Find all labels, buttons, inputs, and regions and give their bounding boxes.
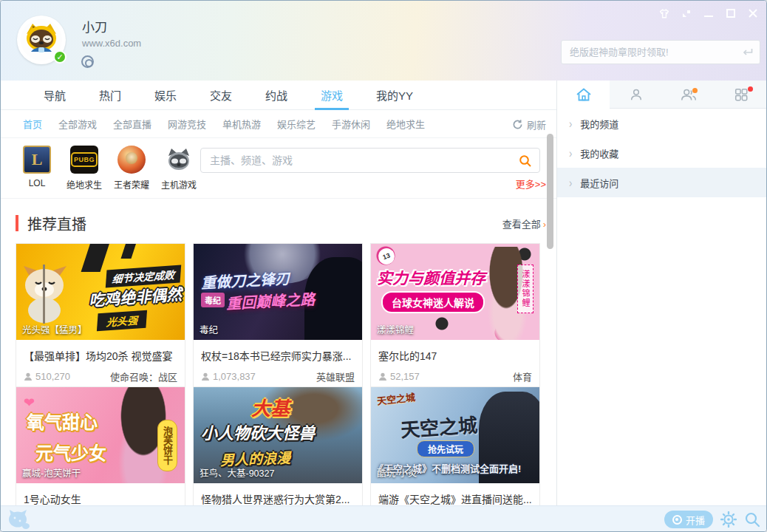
subnav-shouye[interactable]: 首页	[23, 117, 42, 131]
billiard-ball: 13	[376, 246, 397, 267]
live-card-3[interactable]: 13 实力与颜值并存 台球女神迷人解说 漾漾锦鲤 漾漾锦鲤 塞尔比的147 52…	[370, 243, 540, 392]
maximize-icon[interactable]	[722, 6, 739, 21]
start-broadcast-button[interactable]: 开播	[664, 511, 713, 528]
viewer-count: 510,270	[24, 371, 70, 382]
side-tag: 泡芙饼干	[157, 420, 177, 471]
card-category: 使命召唤：战区	[110, 369, 177, 383]
subnav-all-games[interactable]: 全部游戏	[58, 117, 97, 131]
streamer-name: 狂鸟、大基-90327	[200, 466, 274, 480]
subnav-danji[interactable]: 单机热游	[222, 117, 261, 131]
live-card-5[interactable]: 大基 小人物砍大怪兽 男人的浪漫 狂鸟、大基-90327 怪物猎人世界迷惑行为大…	[193, 386, 363, 505]
subnav-pubg[interactable]: 绝地求生	[386, 117, 425, 131]
tab-my-yy[interactable]: 我的YY	[376, 81, 413, 109]
skin-theme-icon[interactable]	[655, 6, 672, 21]
bottom-bar: 开播	[1, 505, 767, 532]
settings-gear-icon[interactable]	[720, 511, 737, 528]
yy-mascot-icon[interactable]	[7, 508, 32, 531]
card-title: 权杖=18本书已经宗师实力暴涨...	[194, 340, 362, 363]
sidebar-tab-friends[interactable]	[610, 81, 662, 109]
tab-jiaoyou[interactable]: 交友	[210, 81, 232, 109]
mini-mode-icon[interactable]	[678, 6, 695, 21]
recommended-live-header: 推荐直播 查看全部›	[1, 210, 556, 236]
person-icon	[629, 87, 644, 102]
header: ✓ 小刀 www.x6d.com	[1, 1, 767, 81]
close-icon[interactable]	[744, 6, 761, 21]
search-input[interactable]	[201, 149, 539, 172]
tab-daohang[interactable]: 导航	[44, 81, 66, 109]
sidebar-tab-groups[interactable]	[663, 81, 715, 109]
card-title: 塞尔比的147	[371, 340, 539, 363]
refresh-icon	[512, 119, 523, 130]
promo-input[interactable]	[562, 41, 760, 64]
yy-client-window: ✓ 小刀 www.x6d.com	[0, 0, 767, 532]
card6-thumbnail: 天空之城 天空之城 抢先试玩 《天空之城》不删档测试全面开启! 酷玩-小炎	[371, 387, 539, 483]
subnav-all-live[interactable]: 全部直播	[113, 117, 151, 131]
online-status-badge: ✓	[53, 50, 67, 64]
content-scrollbar[interactable]	[547, 134, 553, 249]
tab-yule[interactable]: 娱乐	[154, 81, 177, 109]
notification-dot-orange	[692, 88, 698, 93]
view-all-link[interactable]: 查看全部›	[502, 216, 546, 231]
tab-youxi-active[interactable]: 游戏	[321, 81, 343, 109]
chevron-right-icon: ›	[569, 116, 572, 131]
enter-icon[interactable]	[740, 47, 754, 58]
visibility-status-icon[interactable]	[81, 55, 94, 68]
chevron-right-icon: ›	[569, 146, 572, 160]
user-site-url: www.x6d.com	[82, 38, 141, 49]
live-card-6[interactable]: 天空之城 天空之城 抢先试玩 《天空之城》不删档测试全面开启! 酷玩-小炎 端游…	[370, 386, 540, 505]
card5-thumbnail: 大基 小人物砍大怪兽 男人的浪漫 狂鸟、大基-90327	[194, 387, 362, 483]
sub-nav: 首页 全部游戏 全部直播 网游竞技 单机热游 娱乐综艺 手游休闲 绝地求生 刷新	[1, 110, 556, 138]
section-title: 推荐直播	[27, 213, 86, 234]
live-card-4[interactable]: ❤ 氧气甜心 元气少女 泡芙饼干 赢城-泡芙饼干 1号心动女生	[16, 386, 185, 505]
sidebar-item-my-favorites[interactable]: › 我的收藏	[557, 138, 767, 168]
card1-thumbnail: 细节决定成败 吃鸡绝非偶然 光头强 光头强【猛男】	[16, 244, 185, 340]
streamer-name: 酷玩-小炎	[377, 466, 417, 480]
streamer-badge: 毒纪	[201, 293, 225, 307]
live-card-2[interactable]: 重做刀之锋刃 毒纪 重回巅峰之路 毒纪 权杖=18本书已经宗师实力暴涨... 1…	[193, 243, 363, 392]
bottom-search-icon[interactable]	[744, 511, 760, 528]
shortcut-pubg[interactable]: PUBG 绝地求生	[63, 146, 106, 191]
sidebar-item-recent-visits[interactable]: › 最近访问	[557, 168, 767, 197]
viewer-count: 52,157	[378, 371, 420, 382]
lol-icon: L	[23, 146, 51, 174]
subnav-shouyou[interactable]: 手游休闲	[332, 117, 370, 131]
card-title: 怪物猎人世界迷惑行为大赏第2...	[194, 483, 362, 505]
promo-input-wrap	[561, 40, 760, 64]
more-link[interactable]: 更多>>	[516, 177, 546, 191]
window-controls	[655, 6, 761, 21]
minimize-icon[interactable]	[700, 6, 717, 21]
card4-thumbnail: ❤ 氧气甜心 元气少女 泡芙饼干 赢城-泡芙饼干	[16, 387, 185, 483]
card-title: 端游《天空之城》进直播间送能...	[371, 483, 539, 505]
right-sidebar: › 我的频道 › 我的收藏 › 最近访问	[556, 81, 767, 505]
shortcut-console-games[interactable]: 主机游戏	[157, 146, 200, 191]
game-logo: 天空之城	[376, 389, 416, 407]
username: 小刀	[82, 17, 107, 35]
card-category: 体育	[513, 369, 532, 383]
refresh-button[interactable]: 刷新	[512, 110, 546, 138]
chevron-right-icon: ›	[569, 175, 572, 190]
sidebar-tab-apps[interactable]	[715, 81, 767, 109]
primary-nav: 导航 热门 娱乐 交友 约战 游戏 我的YY	[1, 81, 556, 110]
broadcast-camera-icon	[672, 515, 682, 525]
subnav-yule-zongyi[interactable]: 娱乐综艺	[277, 117, 316, 131]
live-card-1[interactable]: 细节决定成败 吃鸡绝非偶然 光头强 光头强【猛男】 【最强单排】场均20杀 视觉…	[16, 243, 185, 392]
tab-yuezhan[interactable]: 约战	[265, 81, 287, 109]
sidebar-tabs	[557, 81, 767, 109]
grid-apps-icon	[734, 87, 749, 102]
game-shortcuts-section: L LOL PUBG 绝地求生 王者荣耀	[1, 138, 556, 199]
card3-thumbnail: 13 实力与颜值并存 台球女神迷人解说 漾漾锦鲤 漾漾锦鲤	[371, 244, 539, 340]
subnav-wangyou[interactable]: 网游竞技	[168, 117, 206, 131]
avatar[interactable]: ✓	[17, 16, 66, 64]
sidebar-tab-home[interactable]	[557, 81, 610, 109]
viewer-icon	[201, 372, 210, 381]
viewer-icon	[24, 372, 33, 381]
shortcut-lol[interactable]: L LOL	[16, 146, 58, 191]
search-icon[interactable]	[519, 154, 532, 168]
shortcut-wzry[interactable]: 王者荣耀	[110, 146, 153, 191]
dog-character	[21, 265, 75, 324]
streamer-name: 光头强【猛男】	[22, 322, 87, 336]
viewer-count: 1,073,837	[201, 371, 256, 382]
section-accent-bar	[16, 215, 18, 231]
tab-remen[interactable]: 热门	[99, 81, 121, 109]
sidebar-item-my-channels[interactable]: › 我的频道	[557, 109, 767, 138]
